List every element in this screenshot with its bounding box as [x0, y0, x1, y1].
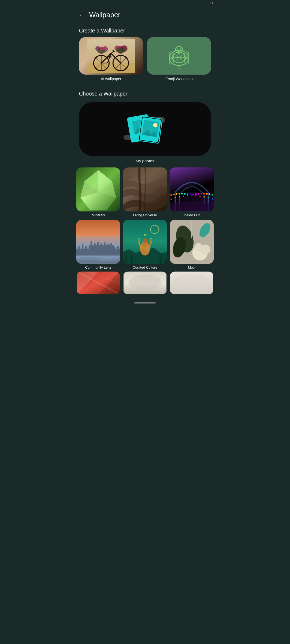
- wallpaper-item-community-lens[interactable]: Community Lens: [76, 220, 120, 269]
- svg-rect-84: [170, 203, 214, 211]
- emoji-workshop-image: [147, 37, 211, 75]
- minerals-bg: [76, 167, 120, 211]
- photo-frame-inner: [139, 117, 161, 142]
- ai-wallpaper-image: [79, 37, 143, 75]
- living-universe-bg: [123, 167, 167, 211]
- svg-point-118: [173, 273, 211, 292]
- svg-point-75: [179, 196, 180, 197]
- create-section-title: Create a Wallpaper: [73, 23, 218, 37]
- svg-point-65: [192, 193, 194, 195]
- ai-wallpaper-bg: [79, 37, 143, 75]
- svg-point-94: [138, 238, 139, 239]
- page-title: Wallpaper: [89, 11, 120, 19]
- emoji-workshop-card[interactable]: Emoji Workshop: [147, 37, 211, 82]
- motif-thumb: [170, 220, 214, 264]
- wallpaper-grid: Minerals: [73, 165, 218, 272]
- curated-culture-bg: [123, 220, 167, 264]
- motif-bg: [170, 220, 214, 264]
- my-photos-card[interactable]: [79, 102, 211, 156]
- svg-point-26: [97, 50, 106, 53]
- emoji-workshop-bg: [147, 37, 211, 75]
- svg-point-72: [212, 194, 213, 195]
- svg-point-76: [183, 196, 184, 197]
- minerals-thumb: [76, 167, 120, 211]
- svg-point-82: [208, 197, 209, 198]
- partial-thumb-2: [123, 272, 167, 294]
- svg-point-70: [206, 193, 208, 195]
- ai-wallpaper-label: AI wallpaper: [79, 75, 143, 82]
- emoji-workshop-label: Emoji Workshop: [147, 75, 211, 82]
- motif-label: Motif: [188, 264, 195, 269]
- svg-point-61: [181, 193, 183, 194]
- community-lens-thumb: [76, 220, 120, 264]
- create-grid: AI wallpaper: [73, 37, 218, 86]
- svg-point-116: [140, 274, 161, 285]
- photos-icon: [128, 114, 162, 144]
- inside-out-label: Inside Out: [184, 211, 200, 217]
- svg-point-78: [191, 195, 192, 196]
- svg-point-96: [151, 238, 152, 239]
- partial-thumb-3: [170, 272, 214, 294]
- svg-point-104: [194, 243, 203, 251]
- svg-point-35: [177, 48, 178, 50]
- choose-section: Choose a Wallpaper: [73, 86, 218, 300]
- header: ← Wallpaper: [73, 5, 218, 23]
- svg-point-64: [190, 193, 191, 195]
- svg-point-67: [198, 193, 200, 195]
- create-section: Create a Wallpaper: [73, 23, 218, 86]
- bottom-indicator: [73, 300, 218, 309]
- wallpaper-item-motif[interactable]: Motif: [170, 220, 214, 269]
- svg-point-93: [143, 238, 147, 243]
- svg-point-62: [184, 193, 186, 195]
- ai-wallpaper-card[interactable]: AI wallpaper: [79, 37, 143, 82]
- svg-point-63: [187, 193, 189, 195]
- my-photos-container: My photos: [73, 100, 218, 165]
- my-photos-label: My photos: [79, 156, 211, 163]
- curated-culture-label: Curated Culture: [133, 264, 157, 269]
- curated-culture-thumb: [123, 220, 167, 264]
- bottom-bar: [134, 302, 156, 303]
- svg-point-81: [204, 196, 205, 197]
- living-universe-thumb: [123, 167, 167, 211]
- inside-out-bg: [170, 167, 214, 211]
- svg-point-80: [199, 196, 201, 197]
- svg-point-71: [209, 193, 211, 195]
- community-lens-bg: [76, 220, 120, 264]
- wallpaper-item-minerals[interactable]: Minerals: [76, 167, 120, 217]
- back-button[interactable]: ←: [79, 12, 85, 19]
- svg-point-69: [203, 193, 205, 194]
- choose-section-title: Choose a Wallpaper: [73, 86, 218, 100]
- svg-point-68: [201, 193, 202, 194]
- status-icon: ⊙: [210, 1, 213, 5]
- svg-point-74: [175, 197, 176, 198]
- status-bar: ⊙: [73, 0, 218, 5]
- wallpaper-item-inside-out[interactable]: Inside Out: [170, 167, 214, 217]
- wallpaper-item-curated-culture[interactable]: Curated Culture: [123, 220, 167, 269]
- svg-point-57: [170, 194, 172, 196]
- svg-point-58: [173, 193, 175, 195]
- svg-point-73: [171, 198, 172, 200]
- partial-thumb-1: [76, 272, 120, 294]
- svg-point-36: [180, 48, 181, 50]
- living-universe-label: Living Universe: [133, 211, 157, 217]
- svg-point-97: [150, 235, 150, 236]
- community-lens-label: Community Lens: [85, 264, 111, 269]
- wallpaper-item-partial-1[interactable]: [76, 272, 120, 294]
- svg-point-77: [187, 195, 188, 196]
- wallpaper-item-partial-2[interactable]: [123, 272, 167, 294]
- svg-point-98: [144, 234, 146, 236]
- svg-rect-85: [175, 203, 208, 203]
- svg-rect-17: [107, 56, 111, 58]
- photo-frame-front: [138, 116, 163, 144]
- svg-point-27: [116, 48, 126, 53]
- svg-point-95: [140, 235, 140, 236]
- wallpaper-item-living-universe[interactable]: Living Universe: [123, 167, 167, 217]
- svg-point-79: [195, 195, 197, 196]
- svg-point-59: [176, 193, 177, 195]
- svg-point-60: [179, 193, 180, 194]
- inside-out-thumb: [170, 167, 214, 211]
- bottom-row: [73, 272, 218, 300]
- wallpaper-item-partial-3[interactable]: [170, 272, 214, 294]
- minerals-label: Minerals: [92, 211, 105, 217]
- svg-point-83: [212, 198, 213, 200]
